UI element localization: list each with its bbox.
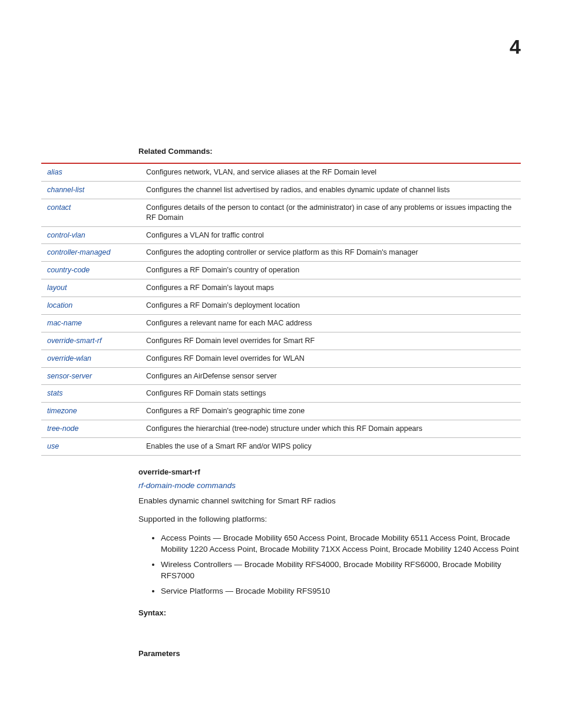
command-link[interactable]: alias (47, 168, 62, 176)
table-row: sensor-serverConfigures an AirDefense se… (41, 367, 521, 385)
command-description: Configures the adopting controller or se… (144, 244, 521, 262)
command-description: Configures network, VLAN, and service al… (144, 163, 521, 181)
syntax-heading: Syntax: (138, 608, 521, 617)
command-link[interactable]: contact (47, 203, 71, 212)
command-description: Configures a RF Domain's country of oper… (144, 262, 521, 279)
command-description: Configures a RF Domain's deployment loca… (144, 297, 521, 315)
command-description: Configures RF Domain stats settings (144, 385, 521, 403)
command-description: Configures a relevant name for each MAC … (144, 314, 521, 332)
command-link[interactable]: controller-managed (47, 248, 110, 256)
command-description: Configures RF Domain level overrides for… (144, 350, 521, 367)
command-description: Configures details of the person to cont… (144, 199, 521, 226)
section-title: override-smart-rf (138, 467, 521, 476)
list-item: Access Points — Brocade Mobility 650 Acc… (161, 532, 521, 555)
command-link[interactable]: override-wlan (47, 354, 91, 363)
table-row: override-wlanConfigures RF Domain level … (41, 350, 521, 367)
table-row: aliasConfigures network, VLAN, and servi… (41, 163, 521, 181)
table-row: useEnables the use of a Smart RF and/or … (41, 438, 521, 456)
table-row: country-codeConfigures a RF Domain's cou… (41, 262, 521, 279)
command-link[interactable]: stats (47, 389, 62, 397)
related-commands-heading: Related Commands: (138, 147, 521, 156)
list-item: Service Platforms — Brocade Mobility RFS… (161, 585, 521, 597)
command-link[interactable]: use (47, 442, 59, 450)
parameters-heading: Parameters (138, 649, 521, 658)
table-row: locationConfigures a RF Domain's deploym… (41, 297, 521, 315)
command-description: Configures a RF Domain's layout maps (144, 279, 521, 297)
command-description: Configures an AirDefense sensor server (144, 367, 521, 385)
table-row: override-smart-rfConfigures RF Domain le… (41, 332, 521, 350)
table-row: layoutConfigures a RF Domain's layout ma… (41, 279, 521, 297)
command-description: Configures a RF Domain's geographic time… (144, 403, 521, 420)
command-description: Enables the use of a Smart RF and/or WIP… (144, 438, 521, 456)
list-item: Wireless Controllers — Brocade Mobility … (161, 559, 521, 582)
command-link[interactable]: override-smart-rf (47, 337, 101, 345)
table-row: channel-listConfigures the channel list … (41, 181, 521, 199)
command-link[interactable]: location (47, 301, 72, 309)
command-link[interactable]: control-vlan (47, 231, 85, 239)
table-row: control-vlanConfigures a VLAN for traffi… (41, 226, 521, 244)
supported-platforms-label: Supported in the following platforms: (138, 514, 521, 525)
command-link[interactable]: country-code (47, 266, 90, 274)
command-link[interactable]: sensor-server (47, 372, 92, 380)
section-intro: Enables dynamic channel switching for Sm… (138, 496, 521, 507)
command-link[interactable]: channel-list (47, 186, 84, 194)
table-row: tree-nodeConfigures the hierarchial (tre… (41, 420, 521, 438)
table-row: controller-managedConfigures the adoptin… (41, 244, 521, 262)
command-description: Configures the hierarchial (tree-node) s… (144, 420, 521, 438)
table-row: timezoneConfigures a RF Domain's geograp… (41, 403, 521, 420)
chapter-number: 4 (41, 35, 521, 58)
table-row: mac-nameConfigures a relevant name for e… (41, 314, 521, 332)
command-link[interactable]: layout (47, 284, 67, 292)
cross-reference-link[interactable]: rf-domain-mode commands (138, 481, 521, 490)
table-row: statsConfigures RF Domain stats settings (41, 385, 521, 403)
command-description: Configures RF Domain level overrides for… (144, 332, 521, 350)
command-link[interactable]: mac-name (47, 319, 82, 327)
related-commands-table: aliasConfigures network, VLAN, and servi… (41, 163, 521, 456)
table-row: contactConfigures details of the person … (41, 199, 521, 226)
command-link[interactable]: timezone (47, 407, 77, 415)
platforms-list: Access Points — Brocade Mobility 650 Acc… (138, 532, 521, 597)
command-description: Configures the channel list advertised b… (144, 181, 521, 199)
command-link[interactable]: tree-node (47, 424, 79, 433)
command-description: Configures a VLAN for traffic control (144, 226, 521, 244)
